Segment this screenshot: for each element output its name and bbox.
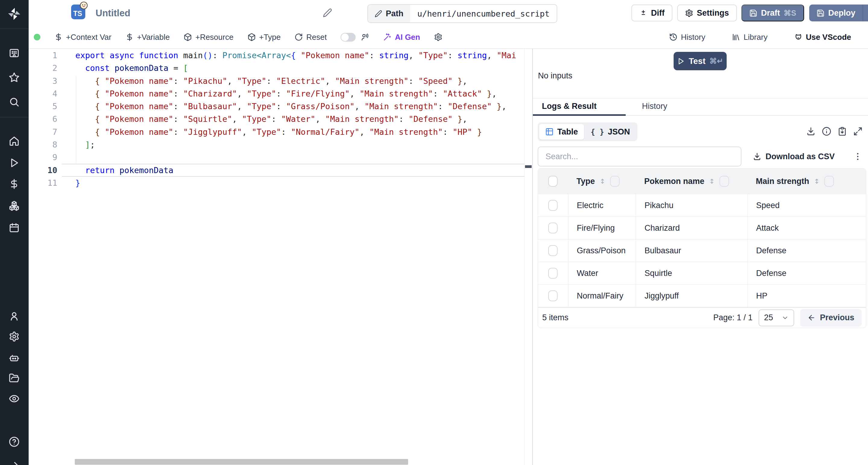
more-options-kebab-icon[interactable] <box>853 150 863 163</box>
sidebar-item-eye-icon[interactable] <box>9 393 20 404</box>
code-line-7[interactable]: { "Pokemon name": "Jigglypuff", "Type": … <box>75 126 532 138</box>
script-path-field[interactable]: Path u/henri/unencumbered_script <box>367 4 557 23</box>
page-indicator: Page: 1 / 1 <box>713 313 752 322</box>
page-size-select[interactable]: 25 <box>758 310 794 326</box>
add-type-button[interactable]: +Type <box>247 33 281 42</box>
sidebar-item-dollar-icon[interactable] <box>9 178 20 190</box>
add-type-label: +Type <box>259 33 281 42</box>
windmill-script-editor: TS Untitled Path u/henri/unencumbered_sc… <box>0 0 868 465</box>
code-line-6[interactable]: { "Pokemon name": "Squirtle", "Type": "W… <box>75 113 532 125</box>
column-filter-box[interactable] <box>610 176 620 187</box>
table-row[interactable]: Grass/PoisonBulbasaurDefense <box>538 239 866 262</box>
deploy-dropdown-button[interactable] <box>863 4 868 21</box>
row-checkbox[interactable] <box>548 290 558 301</box>
copy-to-clipboard-icon[interactable] <box>838 127 847 136</box>
view-table-button[interactable]: Table <box>539 124 584 140</box>
use-vscode-button[interactable]: Use VScode <box>794 33 851 42</box>
history-clock-icon <box>669 33 678 41</box>
ai-gen-label: AI Gen <box>395 33 420 42</box>
add-variable-button[interactable]: +Variable <box>125 33 170 42</box>
info-icon[interactable] <box>822 127 831 136</box>
horizontal-scrollbar[interactable] <box>75 459 408 465</box>
code-line-2[interactable]: const pokemonData = [ <box>75 62 532 75</box>
code-line-5[interactable]: { "Pokemon name": "Bulbasaur", "Type": "… <box>75 100 532 113</box>
add-context-var-button[interactable]: +Context Var <box>54 33 112 42</box>
settings-button[interactable]: Settings <box>677 4 737 21</box>
sidebar-item-play-icon[interactable] <box>9 157 20 168</box>
download-csv-button[interactable]: Download as CSV <box>753 148 835 165</box>
table-row[interactable]: Normal/FairyJigglypuffHP <box>538 284 866 307</box>
code-line-8[interactable]: ]; <box>75 138 532 151</box>
table-row[interactable]: ElectricPikachuSpeed <box>538 194 866 216</box>
table-row[interactable]: Fire/FlyingCharizardAttack <box>538 216 866 239</box>
sidebar-item-search-icon[interactable] <box>9 96 20 107</box>
sidebar-item-help-icon[interactable] <box>9 436 20 447</box>
code-editor[interactable]: 1234567891011 export async function main… <box>29 49 532 465</box>
search-input[interactable] <box>545 152 734 162</box>
add-variable-label: +Variable <box>137 33 170 42</box>
code-line-9[interactable] <box>75 151 532 164</box>
view-table-label: Table <box>557 127 578 137</box>
sidebar-item-user-icon[interactable] <box>9 311 20 321</box>
line-number-gutter: 1234567891011 <box>29 49 57 190</box>
sidebar-item-star-icon[interactable] <box>9 72 20 83</box>
deploy-button-group: Deploy <box>809 4 868 21</box>
row-checkbox[interactable] <box>548 200 558 211</box>
reset-button[interactable]: Reset <box>294 33 327 42</box>
row-checkbox[interactable] <box>548 245 558 256</box>
ai-gen-button[interactable]: AI Gen <box>383 33 420 42</box>
multiplayer-toggle[interactable] <box>341 33 355 41</box>
path-value[interactable]: u/henri/unencumbered_script <box>410 5 557 22</box>
download-icon[interactable] <box>806 127 815 136</box>
table-icon <box>545 127 554 136</box>
active-tab-underline <box>533 114 626 116</box>
draft-button[interactable]: Draft ⌘S <box>741 4 804 21</box>
view-toggle: Table { } JSON <box>538 122 638 141</box>
sidebar-item-home-icon[interactable] <box>9 136 20 147</box>
add-resource-label: +Resource <box>195 33 233 42</box>
code-line-1[interactable]: export async function main(): Promise<Ar… <box>75 49 532 62</box>
sidebar-item-apps-icon[interactable] <box>9 48 20 58</box>
table-row[interactable]: WaterSquirtleDefense <box>538 262 866 284</box>
add-resource-button[interactable]: +Resource <box>184 33 233 42</box>
line-number: 8 <box>29 138 57 151</box>
column-filter-box[interactable] <box>719 176 729 187</box>
sort-icon[interactable] <box>598 177 607 185</box>
history-label: History <box>681 33 705 42</box>
view-json-button[interactable]: { } JSON <box>585 124 636 140</box>
sort-icon[interactable] <box>708 177 716 185</box>
test-button[interactable]: Test ⌘↵ <box>674 52 727 70</box>
column-filter-box[interactable] <box>824 176 834 187</box>
line-number: 1 <box>29 49 57 62</box>
history-button[interactable]: History <box>669 33 705 42</box>
expand-icon[interactable] <box>853 127 863 136</box>
tab-history[interactable]: History <box>642 101 667 111</box>
row-checkbox[interactable] <box>548 268 558 279</box>
sidebar-item-boxes-icon[interactable] <box>9 201 20 211</box>
editor-settings-button[interactable] <box>434 33 442 41</box>
diff-button[interactable]: Diff <box>631 4 673 21</box>
deploy-button[interactable]: Deploy <box>809 4 863 21</box>
tab-logs-result[interactable]: Logs & Result <box>542 101 597 111</box>
library-button[interactable]: Library <box>732 33 767 42</box>
table-cell: Speed <box>747 194 866 216</box>
sort-icon[interactable] <box>813 177 821 185</box>
sidebar-item-folder-icon[interactable] <box>9 373 20 384</box>
edit-title-pencil-icon[interactable] <box>323 8 332 18</box>
code-content[interactable]: export async function main(): Promise<Ar… <box>75 49 532 190</box>
code-line-10[interactable]: return pokemonData <box>75 164 532 177</box>
sidebar-item-bot-icon[interactable] <box>9 352 20 363</box>
code-line-3[interactable]: { "Pokemon name": "Pikachu", "Type": "El… <box>75 75 532 87</box>
add-context-var-label: +Context Var <box>66 33 112 42</box>
select-all-checkbox[interactable] <box>548 176 558 187</box>
sidebar-item-gear-icon[interactable] <box>9 331 20 342</box>
windmill-logo-icon[interactable] <box>7 7 22 21</box>
code-line-4[interactable]: { "Pokemon name": "Charizard", "Type": "… <box>75 87 532 100</box>
table-header-cell: Main strength <box>747 176 866 187</box>
row-checkbox[interactable] <box>548 223 558 233</box>
code-line-11[interactable]: } <box>75 177 532 190</box>
sidebar-item-arrowRight-icon[interactable] <box>9 460 20 465</box>
sidebar-item-calendar-icon[interactable] <box>9 222 20 233</box>
table-cell: Defense <box>747 262 866 284</box>
previous-page-button[interactable]: Previous <box>800 309 862 327</box>
